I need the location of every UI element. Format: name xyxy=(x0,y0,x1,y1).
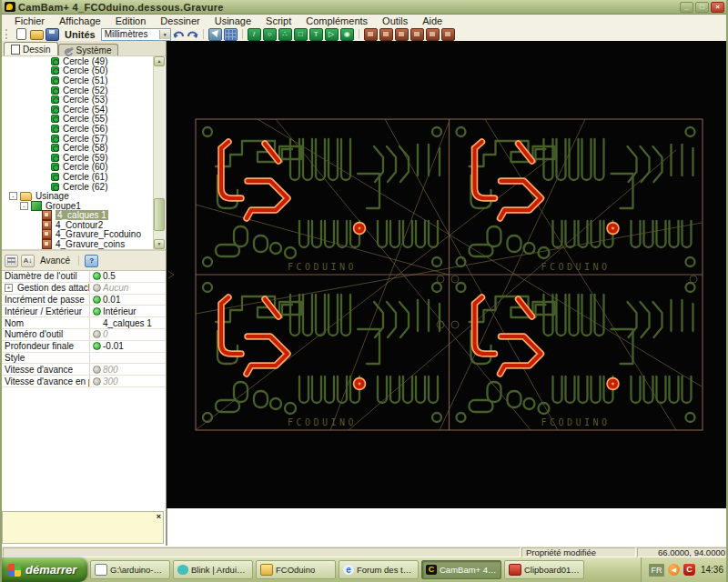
mop-pocket-icon[interactable] xyxy=(379,28,393,41)
save-file-icon[interactable] xyxy=(46,28,59,41)
task-irfanview[interactable]: Clipboard01 - IrfanView xyxy=(504,560,584,579)
undo-icon[interactable] xyxy=(173,29,185,40)
circle-entity-icon xyxy=(51,135,59,143)
units-combobox[interactable]: Millimètres ▼ xyxy=(101,28,171,41)
property-row[interactable]: Incrément de passe0.01 xyxy=(2,295,166,306)
tree-item-cercle[interactable]: Cercle (62) xyxy=(2,182,166,192)
collapse-icon[interactable]: - xyxy=(9,192,17,200)
draw-rectangle-icon[interactable]: □ xyxy=(294,28,308,41)
mop-lathe-icon[interactable] xyxy=(426,28,440,41)
tree-item-op-gravure-coins[interactable]: 4_Gravure_coins xyxy=(2,239,166,249)
tree-item-cercle[interactable]: Cercle (52) xyxy=(2,85,166,95)
wrench-icon xyxy=(66,46,74,54)
tree-item-cercle[interactable]: Cercle (58) xyxy=(2,143,166,153)
tree-scrollbar[interactable]: ▲ ▼ xyxy=(153,56,165,249)
property-row[interactable]: Vitesse d'avance800 xyxy=(2,364,166,376)
menu-usinage[interactable]: Usinage xyxy=(207,15,258,26)
advanced-label[interactable]: Avancé xyxy=(37,256,73,266)
collapse-icon[interactable]: - xyxy=(20,202,28,210)
property-row[interactable]: Diamètre de l'outil0.5 xyxy=(2,271,166,283)
property-row[interactable]: Style xyxy=(2,353,166,365)
task-forum-browser[interactable]: eForum des télégraphis... xyxy=(339,560,419,579)
help-icon[interactable]: ? xyxy=(85,255,98,267)
tree-item-cercle[interactable]: Cercle (53) xyxy=(2,95,166,105)
property-set-icon xyxy=(93,272,101,280)
draw-circle-icon[interactable]: ○ xyxy=(263,28,277,41)
task-arduino-ide[interactable]: Blink | Arduino 1.0.5-r2 xyxy=(173,560,253,579)
message-close-icon[interactable]: × xyxy=(157,512,161,521)
tab-dessin[interactable]: Dessin xyxy=(4,42,58,55)
expand-icon[interactable]: + xyxy=(5,284,13,292)
mop-engrave-icon[interactable] xyxy=(395,28,409,41)
menu-edition[interactable]: Edition xyxy=(108,15,154,26)
tab-systeme[interactable]: Système xyxy=(58,44,119,55)
tree-item-cercle[interactable]: Cercle (57) xyxy=(2,134,166,144)
tree-item-op-contour2[interactable]: 4_Contour2 xyxy=(2,220,166,230)
scroll-up-icon[interactable]: ▲ xyxy=(154,56,165,66)
language-indicator[interactable]: FR xyxy=(649,564,664,577)
draw-3d-icon[interactable]: ◉ xyxy=(340,28,354,41)
property-row[interactable]: Numéro d'outil0 xyxy=(2,329,166,341)
task-arduino-file[interactable]: G:\arduino-1.0\perso... xyxy=(90,560,170,579)
start-button[interactable]: démarrer xyxy=(2,557,87,582)
menu-complements[interactable]: Compléments xyxy=(298,15,375,26)
grid-toggle-icon[interactable] xyxy=(224,28,238,41)
hide-tray-icons-icon[interactable]: ◀ xyxy=(668,564,680,576)
tree-item-op-calques[interactable]: 4_calques 1 xyxy=(2,211,166,221)
open-file-icon[interactable] xyxy=(30,30,44,40)
page-icon xyxy=(11,45,20,55)
property-row[interactable]: Profondeur finale-0.01 xyxy=(2,341,166,353)
restore-button[interactable]: □ xyxy=(695,2,709,13)
task-fcoduino-folder[interactable]: FCOduino xyxy=(256,560,336,579)
tree-item-usinage[interactable]: -Usinage xyxy=(2,191,166,201)
scroll-thumb[interactable] xyxy=(154,198,165,231)
draw-points-icon[interactable]: ∴ xyxy=(278,28,292,41)
tree-item-cercle[interactable]: Cercle (55) xyxy=(2,115,166,125)
property-row[interactable]: Nom4_calques 1 xyxy=(2,317,166,329)
taskbar-clock: 14:36 xyxy=(701,565,723,575)
menu-aide[interactable]: Aide xyxy=(415,15,450,26)
menu-fichier[interactable]: Fichier xyxy=(7,15,52,26)
menu-script[interactable]: Script xyxy=(258,15,298,26)
draw-text-icon[interactable]: T xyxy=(309,28,323,41)
circle-entity-icon xyxy=(51,86,59,95)
task-cambam[interactable]: CCamBam+ 4_FCOdui... xyxy=(421,560,501,579)
menu-outils[interactable]: Outils xyxy=(375,15,415,26)
redo-icon[interactable] xyxy=(187,29,198,40)
tree-item-cercle[interactable]: Cercle (56) xyxy=(2,124,166,134)
tree-item-cercle[interactable]: Cercle (61) xyxy=(2,172,166,182)
property-row[interactable]: Intérieur / ExtérieurIntérieur xyxy=(2,306,166,317)
draw-polyline-icon[interactable]: / xyxy=(248,28,261,41)
toolbar-grip xyxy=(5,29,10,39)
tree-item-cercle[interactable]: Cercle (59) xyxy=(2,153,166,163)
new-file-icon[interactable] xyxy=(16,28,26,40)
close-button[interactable]: × xyxy=(711,2,724,13)
menu-affichage[interactable]: Affichage xyxy=(52,15,108,26)
property-default-icon xyxy=(93,330,101,338)
tree-item-cercle[interactable]: Cercle (60) xyxy=(2,163,166,173)
mop-3dsurface-icon[interactable] xyxy=(441,28,455,41)
mop-drill-icon[interactable] xyxy=(410,28,424,41)
main-toolbar: Unités Millimètres ▼ / ○ ∴ □ T ▷ ◉ xyxy=(2,27,726,42)
tree-item-cercle[interactable]: Cercle (54) xyxy=(2,105,166,115)
tray-shield-icon[interactable]: C xyxy=(683,564,695,576)
tree-item-cercle[interactable]: Cercle (51) xyxy=(2,75,166,85)
minimize-button[interactable]: _ xyxy=(680,2,693,13)
alphabetical-sort-icon[interactable]: A↓ xyxy=(21,255,35,267)
tree-item-op-gravure-fcoduino[interactable]: 4_Gravure_Fcoduino xyxy=(2,230,166,240)
categorized-view-icon[interactable] xyxy=(5,255,18,267)
scroll-down-icon[interactable]: ▼ xyxy=(154,239,165,249)
draw-surface-icon[interactable]: ▷ xyxy=(325,28,339,41)
drawing-canvas[interactable]: FCODUINO xyxy=(167,41,728,508)
tree-item-groupe1[interactable]: -Groupe1 xyxy=(2,201,166,211)
select-tool-icon[interactable] xyxy=(208,28,222,41)
mop-profile-icon[interactable] xyxy=(364,28,378,41)
menu-dessiner[interactable]: Dessiner xyxy=(153,15,207,26)
window-title: CamBam+ 4_FCOduino.dessous.Gravure xyxy=(18,2,224,13)
circle-entity-icon xyxy=(51,57,59,65)
tree-item-cercle[interactable]: Cercle (49) xyxy=(2,56,166,66)
property-row[interactable]: +Gestion des attachesAucun xyxy=(2,283,166,295)
tree-item-cercle[interactable]: Cercle (50) xyxy=(2,66,166,76)
combo-dropdown-icon[interactable]: ▼ xyxy=(159,30,170,39)
property-row[interactable]: Vitesse d'avance en plongé300 xyxy=(2,376,166,387)
